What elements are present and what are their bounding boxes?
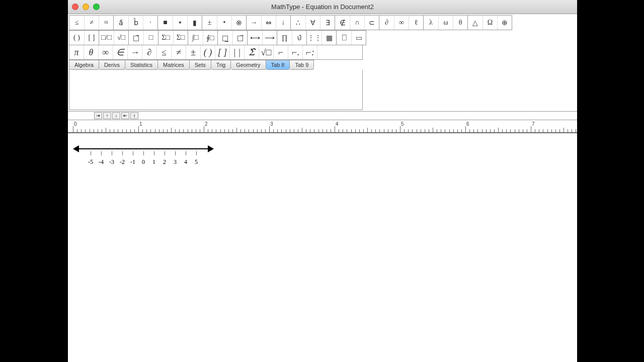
template-palette-button[interactable]: ( ): [69, 31, 84, 45]
quick-symbol-button[interactable]: ≠: [172, 45, 186, 59]
tab-trig[interactable]: Trig: [211, 60, 231, 70]
symbol-palette-button[interactable]: ·: [143, 16, 157, 30]
tab-row: AlgebraDerivsStatisticsMatricesSetsTrigG…: [69, 60, 363, 70]
symbol-palette-button[interactable]: →: [247, 16, 261, 30]
window-controls: [72, 4, 100, 10]
symbol-palette-button[interactable]: ▪: [173, 16, 187, 30]
ruler-control-button[interactable]: ↑: [103, 112, 111, 119]
symbol-palette-button[interactable]: ω: [438, 16, 453, 30]
template-palette-button[interactable]: ∪̂: [292, 31, 306, 45]
quick-symbol-button[interactable]: ⌐.: [288, 45, 303, 59]
symbol-palette-button[interactable]: ≈: [99, 16, 113, 30]
quick-symbol-button[interactable]: [ ]: [215, 45, 230, 59]
quick-symbol-button[interactable]: ≤: [157, 45, 172, 59]
ruler-control-button[interactable]: ⇥: [94, 112, 102, 119]
close-icon[interactable]: [72, 4, 78, 10]
quick-symbol-button[interactable]: ∂: [142, 45, 157, 59]
template-palette-button[interactable]: □̄: [129, 31, 143, 45]
window-title: MathType - Equation in Document2: [271, 3, 374, 11]
quick-symbol-button[interactable]: ( ): [201, 45, 215, 59]
symbol-palette-button[interactable]: θ: [453, 16, 467, 30]
ruler-number: 0: [74, 121, 77, 127]
quick-symbol-button[interactable]: π: [69, 45, 84, 59]
tab-tab-9[interactable]: Tab 9: [290, 60, 314, 70]
symbol-palette-button[interactable]: Ω: [482, 16, 497, 30]
symbol-palette-button[interactable]: λ: [424, 16, 438, 30]
template-palette-button[interactable]: ∏: [277, 31, 292, 45]
numberline-label: 4: [184, 158, 187, 166]
symbol-palette-button[interactable]: ⊗: [231, 16, 246, 30]
symbol-palette-button[interactable]: ⇔: [261, 16, 276, 30]
symbol-palette-button[interactable]: ▮: [187, 16, 202, 30]
symbol-palette-button[interactable]: ±: [202, 16, 217, 30]
quick-symbol-button[interactable]: √□: [259, 45, 274, 59]
symbol-palette-button[interactable]: ∩: [350, 16, 364, 30]
template-palette-button[interactable]: [ ]: [84, 31, 99, 45]
template-palette-button[interactable]: □̲: [218, 31, 232, 45]
tab-sets[interactable]: Sets: [190, 60, 211, 70]
quick-symbol-button[interactable]: ⌐: [274, 45, 288, 59]
titlebar: MathType - Equation in Document2: [68, 0, 577, 14]
symbol-palette-button[interactable]: ∀: [305, 16, 320, 30]
symbol-palette-button[interactable]: ∉: [335, 16, 350, 30]
symbol-palette-button[interactable]: ⊂: [364, 16, 379, 30]
symbol-palette-button[interactable]: ℓ: [409, 16, 423, 30]
symbol-palette-button[interactable]: ∴: [291, 16, 305, 30]
quick-symbol-button[interactable]: Σ̂: [245, 45, 259, 59]
ruler-control-button[interactable]: ↓: [112, 112, 120, 119]
app-window: MathType - Equation in Document2 ≤≠≈a̋b̂…: [68, 0, 577, 362]
template-palette-button[interactable]: ⎕: [337, 31, 351, 45]
symbol-palette-button[interactable]: ■: [158, 16, 173, 30]
template-palette-button[interactable]: ∮□: [203, 31, 217, 45]
template-palette-button[interactable]: □: [143, 31, 158, 45]
quick-symbol-button[interactable]: →: [128, 45, 142, 59]
minimize-icon[interactable]: [83, 4, 89, 10]
numberline-label: 5: [195, 158, 198, 166]
document-area[interactable]: -5-4-3-2-1012345: [68, 133, 577, 362]
tab-statistics[interactable]: Statistics: [125, 60, 158, 70]
symbol-palette-button[interactable]: ∃: [320, 16, 335, 30]
symbol-palette-row-2: ( )[ ]□/□√□□̄□Σ□Σ□∫□∮□□̲□⃗⟷⟶∏∪̂⋮⋮▦⎕▭: [69, 30, 363, 45]
tab-geometry[interactable]: Geometry: [231, 60, 266, 70]
maximize-icon[interactable]: [93, 4, 100, 10]
tab-tab-8[interactable]: Tab 8: [266, 60, 290, 70]
template-palette-button[interactable]: ▭: [351, 31, 366, 45]
tab-content: [69, 70, 363, 110]
symbol-palette-button[interactable]: ∂: [379, 16, 394, 30]
quick-symbol-button[interactable]: | |: [230, 45, 245, 59]
ruler-control-button[interactable]: ↕: [130, 112, 138, 119]
tab-algebra[interactable]: Algebra: [69, 60, 99, 70]
template-palette-button[interactable]: ⟷: [248, 31, 262, 45]
ruler[interactable]: 012345678: [68, 120, 577, 133]
symbol-palette-button[interactable]: △: [468, 16, 482, 30]
quick-symbol-button[interactable]: θ: [84, 45, 99, 59]
ruler-control-button[interactable]: ⇤: [121, 112, 129, 119]
symbol-palette-button[interactable]: ⊕: [497, 16, 512, 30]
symbol-palette-button[interactable]: a̋: [114, 16, 128, 30]
symbol-palette-button[interactable]: •: [217, 16, 231, 30]
numberline-label: 3: [174, 158, 177, 166]
symbol-palette-button[interactable]: ↓: [276, 16, 290, 30]
template-palette-button[interactable]: ∫□: [188, 31, 203, 45]
template-palette-button[interactable]: ▦: [321, 31, 336, 45]
symbol-palette-button[interactable]: ∞: [394, 16, 409, 30]
symbol-palette-button[interactable]: b̂: [128, 16, 143, 30]
template-palette-button[interactable]: ⟶: [262, 31, 277, 45]
symbol-palette-button[interactable]: ≤: [69, 16, 84, 30]
template-palette-button[interactable]: □/□: [99, 31, 114, 45]
tab-matrices[interactable]: Matrices: [158, 60, 190, 70]
template-palette-button[interactable]: Σ□: [173, 31, 188, 45]
ruler-number: 4: [336, 121, 339, 127]
quick-symbol-button[interactable]: ⌐:: [303, 45, 317, 59]
symbol-palette-button[interactable]: ≠: [84, 16, 99, 30]
template-palette-button[interactable]: □⃗: [232, 31, 247, 45]
quick-symbol-button[interactable]: ∈: [113, 45, 128, 59]
quick-symbol-button[interactable]: ±: [186, 45, 201, 59]
template-palette-button[interactable]: ⋮⋮: [307, 31, 321, 45]
ruler-number: 7: [532, 121, 535, 127]
template-palette-button[interactable]: √□: [114, 31, 128, 45]
quick-symbol-button[interactable]: ∞: [99, 45, 113, 59]
template-palette-button[interactable]: Σ□: [158, 31, 173, 45]
tab-derivs[interactable]: Derivs: [99, 60, 125, 70]
numberline-label: 1: [152, 158, 155, 166]
